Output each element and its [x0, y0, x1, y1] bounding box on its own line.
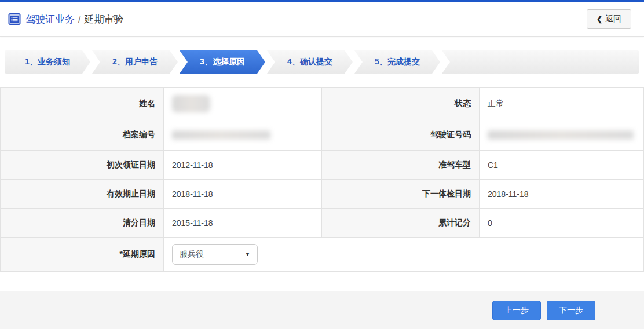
page-header: 驾驶证业务 / 延期审验 ❮ 返回	[0, 2, 644, 37]
field-value-vehicle-class: C1	[480, 151, 643, 179]
table-row: 档案编号 驾驶证号码	[1, 119, 643, 151]
field-value-accumulated-points: 0	[480, 209, 643, 237]
wizard-filler	[442, 50, 639, 74]
breadcrumb-page: 延期审验	[84, 13, 123, 26]
field-value-text: 2018-11-18	[488, 189, 529, 199]
field-value-text: 2018-11-18	[172, 189, 213, 199]
wizard-step-2: 2、用户申告	[92, 50, 178, 74]
wizard-step-3-active: 3、选择原因	[180, 50, 265, 74]
redacted-value	[488, 130, 634, 140]
back-button[interactable]: ❮ 返回	[587, 9, 631, 29]
field-value-license-number	[480, 119, 643, 150]
chevron-left-icon: ❮	[597, 15, 602, 23]
back-button-label: 返回	[605, 14, 621, 24]
field-label-name: 姓名	[1, 88, 164, 119]
footer-action-bar: 上一步 下一步	[0, 291, 644, 329]
field-value-file-number	[164, 119, 322, 150]
field-label-status: 状态	[322, 88, 480, 119]
extension-reason-select[interactable]: 服兵役 ▼	[172, 244, 258, 265]
field-value-next-checkup-date: 2018-11-18	[480, 180, 643, 208]
redacted-value	[172, 130, 270, 140]
field-value-name	[164, 88, 322, 119]
next-step-button[interactable]: 下一步	[547, 301, 595, 320]
field-value-text: C1	[488, 160, 498, 170]
field-value-text: 2012-11-18	[172, 160, 213, 170]
field-label-license-number: 驾驶证号码	[322, 119, 480, 150]
field-label-accumulated-points: 累计记分	[322, 209, 480, 237]
breadcrumb-section: 驾驶证业务	[25, 13, 75, 26]
field-value-status: 正常	[480, 88, 643, 119]
wizard-step-1: 1、业务须知	[5, 50, 90, 74]
field-label-first-issue-date: 初次领证日期	[1, 151, 164, 179]
table-row: 有效期止日期 2018-11-18 下一体检日期 2018-11-18	[1, 180, 643, 209]
step-wizard: 1、业务须知 2、用户申告 3、选择原因 4、确认提交 5、完成提交	[5, 50, 639, 74]
field-label-file-number: 档案编号	[1, 119, 164, 150]
field-value-points-clear-date: 2015-11-18	[164, 209, 322, 237]
redacted-value	[172, 95, 210, 112]
field-value-text: 正常	[488, 98, 504, 109]
breadcrumb-separator: /	[78, 14, 80, 25]
field-label-expiry-date: 有效期止日期	[1, 180, 164, 208]
extension-reason-selected-value: 服兵役	[180, 249, 204, 260]
field-value-extension-reason: 服兵役 ▼	[164, 238, 643, 271]
table-row: 姓名 状态 正常	[1, 88, 643, 119]
field-value-text: 0	[488, 218, 492, 228]
page-title: 驾驶证业务 / 延期审验	[25, 13, 123, 26]
field-value-expiry-date: 2018-11-18	[164, 180, 322, 208]
table-row: 初次领证日期 2012-11-18 准驾车型 C1	[1, 151, 643, 180]
license-detail-table: 姓名 状态 正常 档案编号 驾驶证号码 初次领证日期 2012-11-18 准驾…	[0, 87, 644, 272]
field-label-next-checkup-date: 下一体检日期	[322, 180, 480, 208]
field-label-vehicle-class: 准驾车型	[322, 151, 480, 179]
table-row: 清分日期 2015-11-18 累计记分 0	[1, 209, 643, 238]
table-row-reason: *延期原因 服兵役 ▼	[1, 238, 643, 272]
field-label-points-clear-date: 清分日期	[1, 209, 164, 237]
wizard-step-4: 4、确认提交	[267, 50, 353, 74]
dropdown-arrow-icon: ▼	[245, 251, 250, 257]
previous-step-button[interactable]: 上一步	[492, 301, 541, 320]
wizard-step-5: 5、完成提交	[354, 50, 440, 74]
field-value-text: 2015-11-18	[172, 218, 213, 228]
list-icon	[8, 13, 21, 25]
field-value-first-issue-date: 2012-11-18	[164, 151, 322, 179]
field-label-extension-reason: *延期原因	[1, 238, 164, 271]
